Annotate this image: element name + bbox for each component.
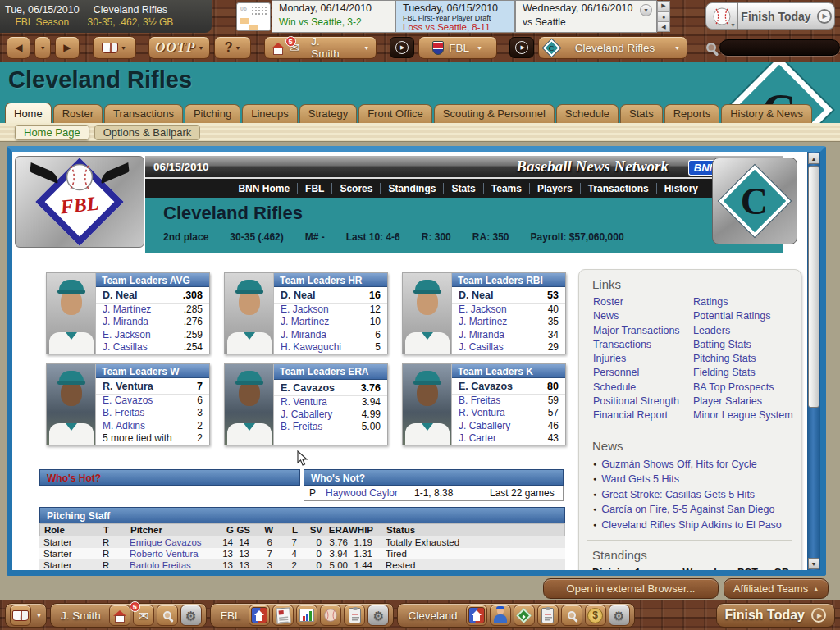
player-link[interactable]: E. Jackson	[281, 304, 329, 316]
ootp-menu-button[interactable]: OOTP▼	[148, 36, 210, 59]
link-fielding-stats[interactable]: Fielding Stats	[693, 366, 800, 380]
team-play-button[interactable]: ▶	[509, 37, 533, 58]
league-scores-button[interactable]	[320, 605, 341, 626]
team-search-button[interactable]	[561, 605, 582, 626]
link-ba-top-prospects[interactable]: BA Top Prospects	[693, 381, 800, 395]
link-financial-report[interactable]: Financial Report	[593, 409, 693, 422]
link-potential-ratings[interactable]: Potential Ratings	[693, 309, 800, 323]
link-minor-league-system[interactable]: Minor League System	[693, 409, 800, 422]
link-batting-stats[interactable]: Batting Stats	[693, 338, 800, 352]
tab-scouting-personnel[interactable]: Scouting & Personnel	[434, 104, 555, 123]
player-link[interactable]: J. Caballery	[459, 420, 510, 432]
team-settings-button[interactable]: ⚙	[609, 605, 630, 626]
player-link[interactable]: R. Ventura	[103, 381, 153, 392]
player-link[interactable]: E. Cavazos	[459, 381, 513, 392]
link-transactions[interactable]: Transactions	[593, 338, 693, 352]
tab-home[interactable]: Home	[5, 103, 52, 123]
news-link[interactable]: Ward Gets 5 Hits	[593, 472, 801, 487]
search-input[interactable]	[719, 39, 840, 56]
player-link[interactable]: J. Casillas	[103, 341, 148, 354]
player-link[interactable]: J. Martínez	[459, 316, 507, 328]
tab-history-news[interactable]: History & News	[721, 104, 812, 123]
link-pitching-stats[interactable]: Pitching Stats	[693, 352, 800, 366]
bnn-nav-standings[interactable]: Standings	[381, 183, 444, 194]
help-menu-button[interactable]: ?▼	[214, 36, 251, 59]
day-scroll-strip[interactable]: ▶ ● ◀	[657, 1, 670, 32]
player-link[interactable]: D. Neal	[281, 290, 315, 301]
bnn-nav-fbl[interactable]: FBL	[298, 183, 332, 194]
home-icon[interactable]	[272, 43, 284, 55]
scroll-up-icon[interactable]: ▲	[808, 153, 819, 164]
link-roster[interactable]: Roster	[593, 295, 693, 309]
player-link[interactable]: Bartolo Freitas	[130, 560, 218, 570]
link-personnel[interactable]: Personnel	[593, 366, 693, 380]
player-link[interactable]: D. Neal	[103, 290, 137, 301]
league-play-button[interactable]: ▶	[390, 37, 413, 58]
tab-schedule[interactable]: Schedule	[556, 104, 619, 123]
news-link[interactable]: Guzmán Shows Off, Hits for Cycle	[593, 457, 801, 472]
team-home-button[interactable]	[466, 605, 487, 626]
scroll-down-icon[interactable]: ▼	[808, 558, 819, 569]
tab-front-office[interactable]: Front Office	[358, 104, 432, 123]
player-link[interactable]: E. Cavazos	[281, 382, 335, 394]
link-schedule[interactable]: Schedule	[593, 381, 693, 395]
link-leaders[interactable]: Leaders	[693, 324, 800, 338]
tab-roster[interactable]: Roster	[53, 104, 103, 123]
vertical-scrollbar[interactable]: ▲ ▼	[807, 152, 820, 570]
tab-strategy[interactable]: Strategy	[299, 104, 357, 123]
subtab-options-ballpark[interactable]: Options & Ballpark	[94, 125, 201, 140]
scrollbar-thumb[interactable]	[808, 166, 819, 408]
link-major-transactions[interactable]: Major Transactions	[593, 324, 693, 338]
player-link[interactable]: E. Jackson	[103, 329, 151, 341]
tab-pitching[interactable]: Pitching	[185, 104, 240, 123]
tab-transactions[interactable]: Transactions	[104, 104, 183, 123]
league-settings-button[interactable]: ⚙	[368, 605, 389, 626]
news-link[interactable]: Cleveland Rifles Ship Adkins to El Paso	[593, 518, 801, 533]
team-manager-button[interactable]	[490, 605, 511, 626]
player-link[interactable]: B. Freitas	[459, 395, 500, 407]
home-button[interactable]	[109, 605, 130, 626]
player-link[interactable]: J. Martínez	[281, 316, 329, 328]
team-menu-group[interactable]: C Cleveland Rifles ▼	[538, 36, 687, 59]
mail-button[interactable]: ✉ 5	[290, 40, 300, 55]
player-link[interactable]: M. Adkins	[103, 420, 145, 432]
bnn-nav-scores[interactable]: Scores	[332, 183, 381, 194]
back-button[interactable]: ◀	[7, 36, 30, 59]
player-link[interactable]: R. Ventura	[281, 396, 327, 409]
tab-lineups[interactable]: Lineups	[242, 104, 298, 123]
player-link[interactable]: D. Neal	[459, 290, 493, 301]
user-menu-button[interactable]: J. Smith	[304, 35, 356, 60]
player-link[interactable]: R. Ventura	[459, 407, 505, 419]
forward-button[interactable]: ▶	[55, 36, 79, 59]
link-news[interactable]: News	[593, 309, 693, 323]
bnn-nav-players[interactable]: Players	[530, 183, 581, 194]
player-link[interactable]: J. Miranda	[459, 329, 504, 341]
team-finances-button[interactable]: $	[585, 605, 606, 626]
scroll-left-icon[interactable]: ◀	[657, 21, 670, 32]
bnn-nav-stats[interactable]: Stats	[444, 183, 483, 194]
league-stats-button[interactable]	[296, 605, 317, 626]
league-news-button[interactable]	[272, 605, 294, 626]
news-link[interactable]: García on Fire, 5-5 Against San Diego	[593, 502, 801, 518]
player-link[interactable]: Roberto Ventura	[130, 549, 218, 559]
player-link[interactable]: E. Jackson	[459, 304, 507, 316]
open-external-browser-button[interactable]: Open in external Browser...	[543, 578, 719, 599]
tab-stats[interactable]: Stats	[620, 104, 663, 123]
link-player-salaries[interactable]: Player Salaries	[693, 395, 800, 409]
player-link[interactable]: J. Miranda	[103, 316, 148, 328]
link-injuries[interactable]: Injuries	[593, 352, 693, 366]
player-link[interactable]: B. Freitas	[281, 421, 322, 433]
calendar-icon[interactable]: 06	[236, 2, 271, 31]
bnn-nav-home[interactable]: BNN Home	[231, 183, 298, 194]
player-link[interactable]: Enrique Cavazos	[130, 537, 218, 547]
history-dropdown-button[interactable]: ▼	[34, 36, 51, 59]
bnn-nav-transactions[interactable]: Transactions	[581, 183, 657, 194]
affiliated-teams-button[interactable]: Affiliated Teams▲	[724, 578, 829, 599]
team-field-button[interactable]	[514, 605, 535, 626]
manual-button[interactable]	[10, 605, 31, 626]
bnn-nav-teams[interactable]: Teams	[484, 183, 530, 194]
subtab-home-page[interactable]: Home Page	[15, 125, 89, 140]
finish-today-button[interactable]: Finish Today ▶	[716, 603, 835, 628]
search-button[interactable]	[157, 605, 178, 626]
scroll-dot-icon[interactable]: ●	[657, 11, 670, 22]
